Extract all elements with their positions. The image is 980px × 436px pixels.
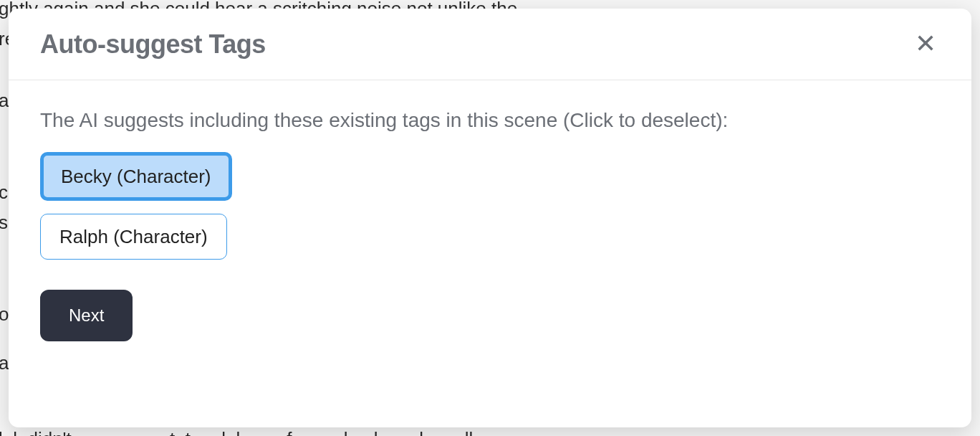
modal-header: Auto-suggest Tags <box>9 9 971 80</box>
background-text: a <box>0 86 9 116</box>
background-text: o <box>0 300 9 330</box>
tag-ralph-character[interactable]: Ralph (Character) <box>40 214 227 260</box>
instruction-text: The AI suggests including these existing… <box>40 109 940 132</box>
suggested-tag-list: Becky (Character) Ralph (Character) <box>40 152 940 260</box>
next-button[interactable]: Next <box>40 290 133 341</box>
auto-suggest-tags-modal: Auto-suggest Tags The AI suggests includ… <box>9 9 971 427</box>
close-icon <box>916 33 936 55</box>
tag-becky-character[interactable]: Becky (Character) <box>40 152 232 201</box>
modal-title: Auto-suggest Tags <box>40 29 266 60</box>
background-text: s <box>0 208 8 238</box>
modal-body: The AI suggests including these existing… <box>9 80 971 373</box>
close-button[interactable] <box>911 29 940 60</box>
